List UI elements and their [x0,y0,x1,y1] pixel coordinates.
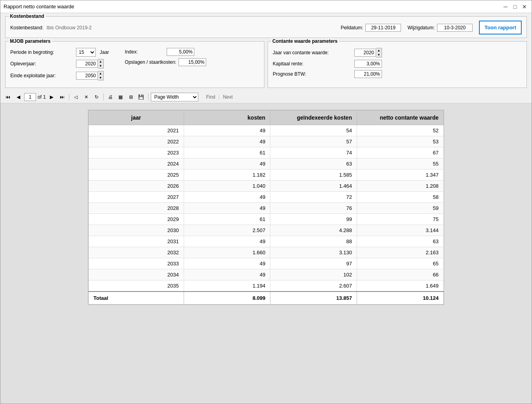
report-toolbar: ⏮ ◀ of 1 ▶ ⏭ ◁ ✕ ↻ 🖨 ▦ ⊞ 💾 Page Width Wh… [0,91,532,103]
sep1 [69,93,69,101]
table-row: 2028 49 76 59 [89,203,444,214]
next-page-button[interactable]: ▶ [48,93,56,101]
cell-kosten: 1.660 [184,247,270,258]
layout1-button[interactable]: ▦ [116,93,125,101]
cell-geindexeerd: 63 [270,158,357,170]
cell-kosten: 49 [184,258,270,269]
back-button[interactable]: ◁ [72,93,80,101]
cell-netto: 67 [357,147,444,158]
cell-kosten: 49 [184,269,270,280]
table-row: 2030 2.507 4.288 3.144 [89,225,444,236]
cell-jaar: 2026 [89,181,184,192]
cell-netto: 63 [357,236,444,247]
close-button[interactable]: ✕ [521,3,528,11]
mjob-section: MJOB parameters Periode in begroting: 15… [5,41,264,88]
peildatum-label: Peildatum: [341,25,363,30]
cell-geindexeerd: 3.130 [270,247,357,258]
kapitaal-input[interactable] [354,60,382,68]
jaar-contante-input[interactable] [354,49,376,57]
sep2 [103,93,104,101]
opleverjaar-input[interactable] [76,60,98,68]
kapitaal-row: Kapitaal rente: [273,60,522,68]
cell-jaar: 2029 [89,214,184,225]
table-row: 2026 1.040 1.464 1.208 [89,181,444,192]
peildatum-input[interactable] [365,24,401,32]
cell-netto: 1.208 [357,181,444,192]
title-bar-controls: ─ □ ✕ [502,3,528,11]
kostenbestand-label: Kostenbestand: [10,25,43,30]
last-page-button[interactable]: ⏭ [58,93,66,101]
find-link[interactable]: Find [206,94,215,100]
first-page-button[interactable]: ⏮ [4,93,12,101]
cell-kosten: 1.194 [184,280,270,292]
print-button[interactable]: 🖨 [106,93,115,101]
stop-button[interactable]: ✕ [82,93,91,101]
cell-netto: 75 [357,214,444,225]
cell-kosten: 49 [184,136,270,147]
toon-rapport-button[interactable]: Toon rapport [479,21,522,34]
col-jaar-header: jaar [89,111,184,125]
table-row: 2024 49 63 55 [89,158,444,170]
cell-geindexeerd: 97 [270,258,357,269]
table-row: 2023 61 74 67 [89,147,444,158]
contante-section: Contante waarde parameters Jaar van cont… [268,41,527,88]
cell-netto: 2.163 [357,247,444,258]
wijzigdatum-input[interactable] [437,24,473,32]
cell-kosten: 49 [184,236,270,247]
prev-page-button[interactable]: ◀ [14,93,23,101]
einde-spinner: ▲ ▼ [76,71,104,80]
periode-select[interactable]: 15 10 20 [76,48,96,57]
page-width-select[interactable]: Page Width Whole Page 100% 150% 200% [151,93,198,101]
cell-jaar: 2033 [89,258,184,269]
opleverjaar-down[interactable]: ▼ [98,64,103,68]
page-number-input[interactable] [24,93,36,101]
index-input[interactable] [167,48,194,56]
next-link[interactable]: Next [223,94,233,100]
cell-netto: 1.347 [357,170,444,181]
table-row: 2033 49 97 65 [89,258,444,269]
index-label: Index: [125,49,164,55]
totaal-kosten: 8.099 [184,292,270,305]
cell-jaar: 2031 [89,236,184,247]
cell-jaar: 2024 [89,158,184,170]
table-row: 2027 49 72 58 [89,192,444,203]
jaar-contante-down[interactable]: ▼ [376,53,382,57]
cell-jaar: 2023 [89,147,184,158]
cell-geindexeerd: 99 [270,214,357,225]
report-container: jaar kosten geïndexeerde kosten netto co… [88,110,444,305]
sep3 [148,93,148,101]
cell-netto: 52 [357,125,444,136]
title-bar: Rapport netto contante waarde ─ □ ✕ [0,0,532,13]
btw-input[interactable] [354,70,382,78]
opslagen-input[interactable] [179,58,206,66]
opleverjaar-row: Opleverjaar: ▲ ▼ [10,59,109,69]
main-window: Rapport netto contante waarde ─ □ ✕ Kost… [0,0,532,404]
einde-down[interactable]: ▼ [98,76,103,80]
maximize-button[interactable]: □ [511,3,519,11]
periode-row: Periode in begroting: 15 10 20 Jaar [10,48,109,57]
cell-kosten: 1.182 [184,170,270,181]
report-area: jaar kosten geïndexeerde kosten netto co… [0,103,532,404]
einde-input[interactable] [76,72,98,80]
refresh-button[interactable]: ↻ [92,93,101,101]
layout2-button[interactable]: ⊞ [127,93,135,101]
index-row: Index: [125,48,206,56]
opleverjaar-spinner: ▲ ▼ [76,59,104,69]
kostenbestand-value: Ibis Ondbouw 2019-2 [46,25,118,30]
totaal-netto: 10.124 [357,292,444,305]
cell-netto: 55 [357,158,444,170]
table-footer: Totaal 8.099 13.857 10.124 [89,292,444,305]
opleverjaar-up[interactable]: ▲ [98,59,103,64]
cell-netto: 53 [357,136,444,147]
einde-up[interactable]: ▲ [98,71,103,76]
opslagen-row: Opslagen / staartkosten: [125,58,206,66]
cell-kosten: 2.507 [184,225,270,236]
export-button[interactable]: 💾 [137,93,146,101]
jaar-contante-up[interactable]: ▲ [376,48,382,53]
cell-jaar: 2025 [89,170,184,181]
periode-select-wrap: 15 10 20 [76,48,96,57]
minimize-button[interactable]: ─ [502,3,509,11]
btw-row: Prognose BTW: [273,70,522,78]
cell-kosten: 49 [184,125,270,136]
parameters-row: MJOB parameters Periode in begroting: 15… [5,41,527,88]
